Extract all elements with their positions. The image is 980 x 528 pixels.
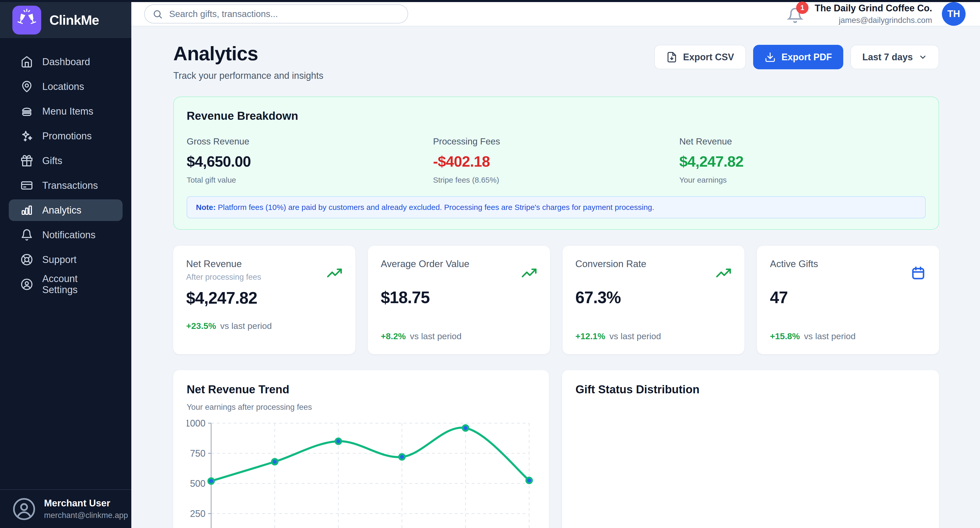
sidebar-item-gifts[interactable]: Gifts <box>9 150 123 172</box>
sidebar-item-label: Menu Items <box>42 106 94 117</box>
stat-delta-suffix: vs last period <box>410 331 461 341</box>
stat-delta: +23.5% <box>186 321 216 331</box>
stat-sublabel: After processing fees <box>186 273 261 282</box>
sidebar-item-locations[interactable]: Locations <box>9 76 123 97</box>
credit-card-icon <box>21 179 33 191</box>
stat-delta: +15.8% <box>770 331 800 341</box>
svg-text:1000: 1000 <box>187 419 205 429</box>
sidebar-user[interactable]: Merchant User merchant@clinkme.app <box>0 490 131 528</box>
sidebar-item-support[interactable]: Support <box>9 249 123 270</box>
stat-card-average-order-value: Average Order Value $18.75 +8.2%vs last … <box>368 246 550 354</box>
download-icon <box>764 51 776 63</box>
analytics-page: Analytics Track your performance and ins… <box>131 26 980 528</box>
sidebar-item-menu-items[interactable]: Menu Items <box>9 100 123 122</box>
date-range-label: Last 7 days <box>862 52 913 62</box>
stat-label: Average Order Value <box>381 258 469 270</box>
stat-value: 47 <box>770 288 926 307</box>
sidebar-nav: Dashboard Locations Menu Items Promotion… <box>0 38 131 490</box>
stat-value: $4,247.82 <box>186 289 342 308</box>
net-revenue-column: Net Revenue $4,247.82 Your earnings <box>679 136 926 184</box>
stat-value: $18.75 <box>381 288 537 307</box>
sidebar: ClinkMe Dashboard Locations Menu Items P… <box>0 2 131 528</box>
net-revenue-trend-chart[interactable]: 02505007501000JunJulAugSepOctNovNet Reve… <box>187 419 536 528</box>
merchant-email: james@dailygrindchs.com <box>815 16 932 25</box>
search <box>144 5 408 24</box>
fees-note: Note: Platform fees (10%) are paid by cu… <box>187 196 926 219</box>
gift-status-distribution-title: Gift Status Distribution <box>576 383 926 396</box>
stat-cards-row: Net Revenue After processing fees $4,247… <box>173 246 939 354</box>
sidebar-item-label: Analytics <box>42 205 81 216</box>
revenue-breakdown-title: Revenue Breakdown <box>187 110 926 122</box>
brand-header: ClinkMe <box>0 2 131 38</box>
trending-up-icon <box>521 265 537 281</box>
processing-fees-label: Processing Fees <box>433 136 679 147</box>
search-icon <box>153 9 163 19</box>
home-icon <box>21 56 33 68</box>
calendar-icon <box>910 265 926 281</box>
sidebar-user-name: Merchant User <box>44 498 128 509</box>
sidebar-item-transactions[interactable]: Transactions <box>9 175 123 196</box>
page-subtitle: Track your performance and insights <box>173 70 323 81</box>
svg-text:750: 750 <box>190 448 205 459</box>
export-pdf-button[interactable]: Export PDF <box>753 45 843 69</box>
user-circle-icon <box>12 497 36 521</box>
sidebar-item-analytics[interactable]: Analytics <box>9 199 123 221</box>
export-csv-button[interactable]: Export CSV <box>654 45 746 69</box>
stat-delta-suffix: vs last period <box>804 331 856 341</box>
search-input[interactable] <box>144 5 408 24</box>
revenue-breakdown-card: Revenue Breakdown Gross Revenue $4,650.0… <box>173 97 939 230</box>
stat-card-conversion-rate: Conversion Rate 67.3% +12.1%vs last peri… <box>563 246 745 354</box>
sidebar-item-label: Account Settings <box>42 273 111 295</box>
trending-up-icon <box>326 265 342 281</box>
processing-fees-column: Processing Fees -$402.18 Stripe fees (8.… <box>433 136 679 184</box>
fees-note-label: Note: <box>196 203 216 211</box>
stat-card-net-revenue: Net Revenue After processing fees $4,247… <box>173 246 355 354</box>
stat-card-active-gifts: Active Gifts 47 +15.8%vs last period <box>757 246 939 354</box>
date-range-select[interactable]: Last 7 days <box>851 45 939 69</box>
stat-delta: +12.1% <box>576 331 605 341</box>
processing-fees-value: -$402.18 <box>433 153 679 170</box>
sidebar-item-account-settings[interactable]: Account Settings <box>9 274 123 295</box>
sidebar-item-notifications[interactable]: Notifications <box>9 224 123 246</box>
svg-text:250: 250 <box>190 509 205 519</box>
merchant-info: The Daily Grind Coffee Co. james@dailygr… <box>815 3 932 25</box>
sidebar-item-promotions[interactable]: Promotions <box>9 125 123 147</box>
stat-value: 67.3% <box>576 288 732 307</box>
fees-note-text: Platform fees (10%) are paid by customer… <box>216 203 654 211</box>
sidebar-item-label: Dashboard <box>42 56 90 67</box>
notification-badge: 1 <box>796 2 808 14</box>
net-revenue-value: $4,247.82 <box>679 153 926 170</box>
gift-status-distribution-card: Gift Status Distribution <box>562 370 939 528</box>
life-buoy-icon <box>21 254 33 266</box>
bar-chart-icon <box>21 204 33 216</box>
charts-row: Net Revenue Trend Your earnings after pr… <box>173 370 939 528</box>
stat-delta-suffix: vs last period <box>220 321 272 331</box>
sidebar-item-label: Support <box>42 254 76 265</box>
page-top-edge <box>0 0 980 2</box>
brand-name: ClinkMe <box>49 12 99 28</box>
chevron-down-icon <box>918 53 927 62</box>
burger-icon <box>21 105 33 118</box>
stat-label: Active Gifts <box>770 258 818 270</box>
stat-label: Net Revenue <box>186 258 261 270</box>
sidebar-user-email: merchant@clinkme.app <box>44 511 128 520</box>
sidebar-item-label: Notifications <box>42 230 95 241</box>
stat-label: Conversion Rate <box>576 258 647 270</box>
topbar: 1 The Daily Grind Coffee Co. james@daily… <box>131 2 980 26</box>
clinkme-logo-icon <box>12 6 41 35</box>
sidebar-item-dashboard[interactable]: Dashboard <box>9 51 123 73</box>
export-csv-label: Export CSV <box>683 52 734 62</box>
gross-revenue-column: Gross Revenue $4,650.00 Total gift value <box>187 136 433 184</box>
stat-delta: +8.2% <box>381 331 406 341</box>
gift-icon <box>21 155 33 167</box>
processing-fees-sub: Stripe fees (8.65%) <box>433 175 679 184</box>
notifications-button[interactable]: 1 <box>787 5 805 23</box>
net-revenue-sub: Your earnings <box>679 175 926 184</box>
sparkles-icon <box>21 130 33 142</box>
avatar[interactable]: TH <box>942 2 966 26</box>
merchant-company-name: The Daily Grind Coffee Co. <box>815 3 932 14</box>
user-circle-icon <box>21 278 33 290</box>
trending-up-icon <box>716 265 732 281</box>
gross-revenue-sub: Total gift value <box>187 175 433 184</box>
file-download-icon <box>666 51 678 63</box>
